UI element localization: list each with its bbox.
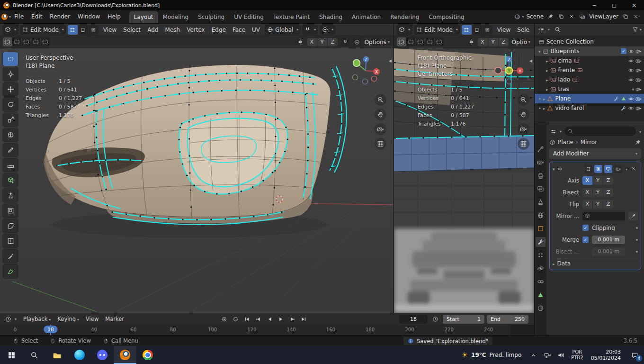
workspace-tab-rendering[interactable]: Rendering	[385, 11, 424, 23]
file-explorer-button[interactable]	[45, 346, 68, 364]
properties-tab-tool[interactable]	[536, 144, 546, 154]
chrome-button[interactable]	[136, 346, 159, 364]
eye-icon[interactable]	[628, 77, 634, 83]
vpl-menu-vertex[interactable]: Vertex	[183, 25, 208, 35]
transform-tool-button[interactable]	[3, 128, 18, 142]
current-frame-field[interactable]: 18	[399, 315, 428, 324]
browse-viewlayer-button[interactable]	[578, 12, 586, 21]
animate-dot-icon[interactable]	[636, 251, 638, 253]
select-mode-extend-button[interactable]	[12, 37, 21, 46]
zoom-button[interactable]	[375, 94, 386, 106]
edge-select-mode-button[interactable]	[472, 25, 482, 35]
vpl-mirror-z-toggle[interactable]: Z	[328, 38, 338, 46]
modifier-bisect-y-toggle[interactable]: Y	[593, 188, 603, 197]
playhead-frame-label[interactable]: 18	[44, 326, 57, 333]
move-tool-button[interactable]	[3, 82, 18, 96]
editor-type-button[interactable]	[3, 314, 19, 324]
vpl-menu-select[interactable]: Select	[120, 25, 144, 35]
weather-widget[interactable]: 19°C Pred. limpo	[456, 346, 527, 364]
menu-help[interactable]: Help	[104, 11, 124, 22]
properties-tab-object[interactable]	[536, 224, 546, 234]
end-frame-field[interactable]: End250	[487, 315, 528, 324]
properties-search-input[interactable]	[564, 127, 636, 136]
discord-button[interactable]	[91, 346, 114, 364]
outliner-row-blueprints[interactable]: Blueprints	[535, 46, 644, 56]
scale-tool-button[interactable]	[3, 113, 18, 127]
face-select-mode-button[interactable]	[483, 25, 492, 35]
show-render-toggle[interactable]	[614, 165, 622, 173]
jump-to-start-button[interactable]	[242, 314, 252, 324]
camera-view-button[interactable]	[375, 123, 386, 135]
chevron-down-icon[interactable]	[632, 86, 634, 92]
inset-faces-tool-button[interactable]	[3, 204, 18, 218]
modifier-bisect-x-toggle[interactable]: X	[582, 188, 592, 197]
collection-checkbox[interactable]	[621, 48, 626, 54]
timeline-menu-keying[interactable]: Keying	[54, 314, 82, 324]
proportional-icon-button[interactable]	[353, 37, 361, 47]
select-mode-new-button[interactable]	[397, 37, 406, 46]
timeline-ruler[interactable]: 18 020406080100120140160180200220240	[0, 325, 534, 335]
modifier-flip-x-toggle[interactable]: X	[582, 200, 592, 209]
action-center-button[interactable]: 4	[625, 346, 644, 364]
modifier-bisect-z-toggle[interactable]: Z	[603, 188, 613, 197]
gizmo-y-axis[interactable]	[353, 60, 360, 67]
editor-type-button[interactable]	[396, 25, 412, 35]
show-in-edit-mode-toggle[interactable]	[594, 165, 602, 173]
timeline-menu-playback[interactable]: Playback	[20, 314, 54, 324]
start-button[interactable]	[0, 346, 23, 364]
sync-button[interactable]	[230, 314, 241, 324]
select-mode-invert-button[interactable]	[425, 37, 434, 46]
poly-build-tool-button[interactable]	[3, 264, 18, 278]
modifier-axis-y-toggle[interactable]: Y	[593, 176, 603, 185]
tool-options-dropdown[interactable]: Options	[365, 39, 390, 46]
workspace-tab-animation[interactable]: Animation	[347, 11, 385, 23]
mode-selector[interactable]: Edit Mode	[20, 25, 66, 35]
next-keyframe-button[interactable]	[287, 314, 297, 324]
properties-tab-material[interactable]	[536, 303, 546, 313]
vpl-menu-uv[interactable]: UV	[249, 25, 263, 35]
outliner-search-button[interactable]	[553, 26, 562, 34]
pin-icon[interactable]	[635, 139, 641, 146]
properties-tab-output[interactable]	[536, 171, 546, 181]
clipping-checkbox[interactable]	[582, 225, 589, 231]
viewport-canvas[interactable]: User Perspective (18) Plane Objects1 / 5…	[0, 48, 394, 313]
outliner-row-vidro-farol[interactable]: vidro farol	[535, 103, 644, 113]
edge-select-mode-button[interactable]	[78, 25, 88, 35]
eye-icon[interactable]	[628, 67, 634, 73]
vpl-menu-add[interactable]: Add	[144, 25, 161, 35]
outliner-row-scene-collection[interactable]: Scene Collection	[535, 37, 644, 46]
camera-icon[interactable]	[635, 67, 642, 73]
menu-render[interactable]: Render	[46, 11, 74, 22]
vertex-select-mode-button[interactable]	[68, 25, 78, 35]
properties-tab-particles[interactable]	[536, 250, 546, 260]
pin-scene-icon[interactable]	[546, 12, 555, 21]
navigation-gizmo[interactable]: X Z	[347, 52, 384, 89]
modifier-wrench-icon[interactable]	[613, 96, 619, 102]
camera-icon[interactable]	[635, 58, 642, 64]
pan-button[interactable]	[518, 109, 529, 120]
animate-dot-icon[interactable]	[636, 227, 638, 229]
select-mode-intersect-button[interactable]	[435, 37, 444, 46]
vpl-menu-view[interactable]: View	[100, 25, 120, 35]
camera-icon[interactable]	[635, 105, 642, 111]
properties-tab-object-data[interactable]	[536, 290, 546, 300]
modifier-axis-z-toggle[interactable]: Z	[603, 176, 613, 185]
knife-tool-button[interactable]	[3, 249, 18, 263]
workspace-tab-shading[interactable]: Shading	[314, 11, 347, 23]
properties-tab-scene[interactable]	[536, 197, 546, 207]
sidebar-collapse-arrow[interactable]	[529, 57, 532, 64]
vpl-menu-edge[interactable]: Edge	[208, 25, 229, 35]
timeline-menu-view[interactable]: View	[82, 314, 102, 324]
scene-name[interactable]: Scene	[525, 13, 545, 20]
bevel-tool-button[interactable]	[3, 219, 18, 233]
mirror-object-field[interactable]	[582, 212, 625, 220]
outliner-row-tras[interactable]: tras	[535, 84, 644, 94]
bisect-distance-field[interactable]: 0.001 m	[592, 247, 625, 256]
transform-orientation-selector[interactable]: Global	[265, 25, 301, 35]
blender-taskbar-button[interactable]	[114, 346, 136, 364]
viewport-canvas[interactable]: Front Orthographic (18) Plane Centimeter…	[394, 48, 534, 313]
camera-icon[interactable]	[635, 48, 642, 55]
disclosure-closed-icon[interactable]	[546, 57, 548, 64]
sidebar-collapse-arrow[interactable]	[389, 57, 392, 64]
new-viewlayer-button[interactable]	[621, 12, 630, 21]
